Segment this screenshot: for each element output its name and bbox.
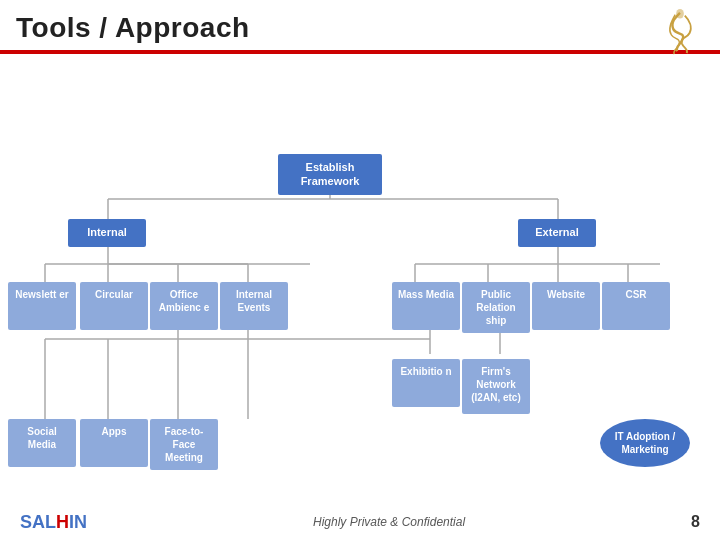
website-box: Website bbox=[532, 282, 600, 330]
establish-framework-box: Establish Framework bbox=[278, 154, 382, 195]
face-to-face-box: Face-to- Face Meeting bbox=[150, 419, 218, 470]
circular-box: Circular bbox=[80, 282, 148, 330]
logo-icon bbox=[656, 8, 704, 56]
footer-page-number: 8 bbox=[691, 513, 700, 531]
footer: SALHIN Highly Private & Confidential 8 bbox=[0, 504, 720, 540]
footer-logo: SALHIN bbox=[20, 512, 87, 533]
apps-box: Apps bbox=[80, 419, 148, 467]
internal-events-box: Internal Events bbox=[220, 282, 288, 330]
diagram-area: Establish Framework Internal External Ne… bbox=[0, 54, 720, 514]
firms-network-box: Firm's Network (I2AN, etc) bbox=[462, 359, 530, 414]
internal-box: Internal bbox=[68, 219, 146, 247]
office-ambience-box: Office Ambienc e bbox=[150, 282, 218, 330]
svg-point-0 bbox=[676, 9, 684, 19]
external-box: External bbox=[518, 219, 596, 247]
public-relationship-box: Public Relation ship bbox=[462, 282, 530, 333]
exhibition-box: Exhibitio n bbox=[392, 359, 460, 407]
social-media-box: Social Media bbox=[8, 419, 76, 467]
header: Tools / Approach bbox=[0, 0, 720, 44]
newsletter-box: Newslett er bbox=[8, 282, 76, 330]
it-adoption-box: IT Adoption / Marketing bbox=[600, 419, 690, 467]
csr-box: CSR bbox=[602, 282, 670, 330]
footer-confidential: Highly Private & Confidential bbox=[313, 515, 465, 529]
page-title: Tools / Approach bbox=[16, 12, 704, 44]
mass-media-box: Mass Media bbox=[392, 282, 460, 330]
